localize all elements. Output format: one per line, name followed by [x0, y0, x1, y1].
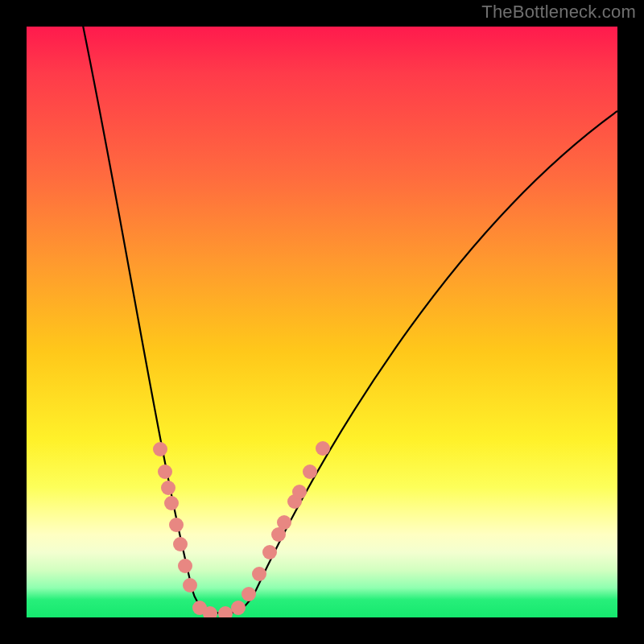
datapoint-dot [316, 441, 330, 456]
watermark-text: TheBottleneck.com [481, 2, 636, 23]
datapoint-dot [161, 481, 175, 495]
datapoint-dot [262, 545, 277, 559]
datapoint-dot [292, 485, 307, 499]
datapoint-dot [183, 578, 197, 592]
datapoint-dot [277, 515, 291, 530]
datapoint-dot [178, 559, 192, 573]
plot-area [27, 27, 617, 617]
viewport-frame: TheBottleneck.com [0, 0, 644, 644]
bottleneck-curve [27, 27, 617, 617]
datapoint-dot [153, 442, 167, 456]
datapoint-dot [231, 601, 246, 615]
datapoint-dot [252, 567, 266, 581]
datapoint-dot [303, 464, 317, 479]
datapoint-dot [158, 464, 172, 479]
datapoint-dot [164, 496, 179, 510]
datapoint-dot [169, 518, 184, 532]
datapoint-dot [173, 537, 188, 551]
curve-path [76, 27, 617, 613]
datapoint-dot [242, 587, 256, 601]
datapoint-dot [203, 606, 217, 617]
